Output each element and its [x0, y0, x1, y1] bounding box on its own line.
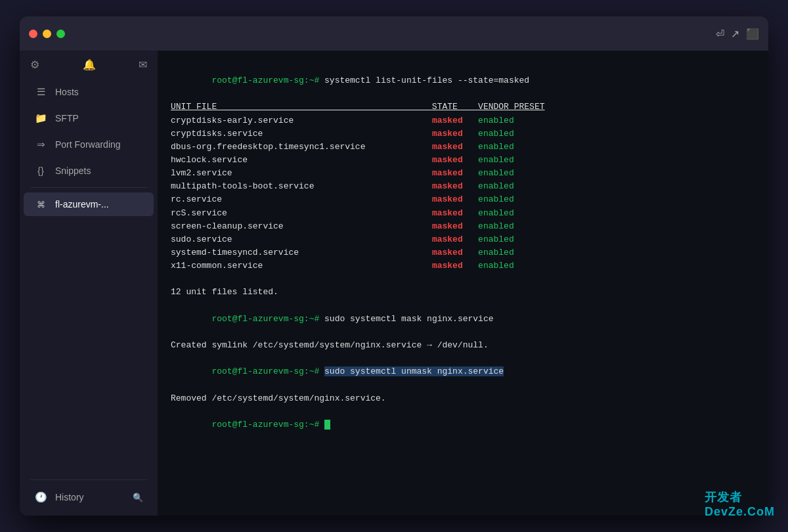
terminal-line: systemd-timesyncd.service masked enabled [171, 246, 755, 259]
terminal[interactable]: root@fl-azurevm-sg:~# systemctl list-uni… [158, 51, 768, 516]
terminal-line: rcS.service masked enabled [171, 207, 755, 220]
sidebar-bottom: 🕐 History 🔍 [20, 476, 158, 510]
titlebar: ⏎ ↗ ⬛ [20, 16, 768, 51]
term-prompt: root@fl-azurevm-sg:~# [211, 76, 324, 85]
terminal-line: multipath-tools-boot.service masked enab… [171, 180, 755, 193]
sidebar-item-history[interactable]: 🕐 History 🔍 [24, 485, 154, 510]
sidebar-item-snippets-label: Snippets [55, 166, 91, 176]
terminal-line: rc.service masked enabled [171, 193, 755, 206]
bell-icon[interactable]: 🔔 [83, 58, 96, 71]
terminal-line: cryptdisks.service masked enabled [171, 127, 755, 141]
close-button[interactable] [29, 30, 37, 38]
sftp-icon: 📁 [34, 112, 47, 124]
sidebar-item-snippets[interactable]: {} Snippets [24, 158, 154, 183]
traffic-lights [29, 30, 65, 38]
settings-icon[interactable]: ⚙ [30, 58, 39, 71]
terminal-line: lvm2.service masked enabled [171, 167, 755, 180]
terminal-line: sudo.service masked enabled [171, 233, 755, 246]
layout-icon[interactable]: ⬛ [746, 28, 759, 40]
terminal-line: Removed /etc/systemd/system/nginx.servic… [171, 392, 755, 405]
sidebar-top-icons: ⚙ 🔔 ✉ [20, 56, 158, 79]
sidebar-item-sftp-label: SFTP [55, 113, 79, 123]
terminal-line: hwclock.service masked enabled [171, 154, 755, 167]
main-window: ⏎ ↗ ⬛ ⚙ 🔔 ✉ ☰ Hosts 📁 SFTP ⇒ Port Forwar [20, 16, 768, 516]
history-icon: 🕐 [34, 491, 47, 503]
terminal-line: root@fl-azurevm-sg:~# systemctl list-uni… [171, 61, 755, 100]
term-highlighted-command: sudo systemctl unmask nginx.service [324, 366, 504, 376]
sidebar-item-active-host-label: fl-azurevm-... [55, 199, 109, 210]
terminal-line: root@fl-azurevm-sg:~# sudo systemctl unm… [171, 352, 755, 391]
main-layout: ⚙ 🔔 ✉ ☰ Hosts 📁 SFTP ⇒ Port Forwarding {… [20, 51, 768, 516]
snippets-icon: {} [34, 165, 47, 176]
term-prompt: root@fl-azurevm-sg:~# [211, 366, 324, 376]
term-command: sudo systemctl mask nginx.service [324, 314, 493, 324]
term-prompt: root@fl-azurevm-sg:~# [211, 420, 324, 430]
sidebar-item-hosts-label: Hosts [55, 87, 79, 97]
titlebar-actions: ⏎ ↗ ⬛ [716, 28, 759, 40]
export-icon[interactable]: ↗ [731, 28, 739, 40]
sidebar-item-port-forwarding-label: Port Forwarding [55, 139, 121, 150]
port-forwarding-icon: ⇒ [34, 139, 47, 150]
sidebar-item-hosts[interactable]: ☰ Hosts [24, 79, 154, 104]
terminal-line: 12 unit files listed. [171, 286, 755, 299]
term-command: systemctl list-unit-files --state=masked [324, 76, 529, 85]
terminal-line: root@fl-azurevm-sg:~# [171, 405, 755, 445]
terminal-line: Created symlink /etc/systemd/system/ngin… [171, 339, 755, 352]
terminal-line: UNIT FILE STATE VENDOR PRESET [171, 100, 755, 114]
mail-icon[interactable]: ✉ [139, 58, 147, 71]
sidebar-item-port-forwarding[interactable]: ⇒ Port Forwarding [24, 132, 154, 157]
sidebar-divider [30, 187, 147, 188]
terminal-line: x11-common.service masked enabled [171, 259, 755, 273]
terminal-line: screen-cleanup.service masked enabled [171, 220, 755, 233]
sidebar-divider-2 [30, 479, 147, 480]
sidebar-item-sftp[interactable]: 📁 SFTP [24, 106, 154, 131]
active-host-icon: ⌘ [34, 200, 47, 210]
maximize-button[interactable] [56, 30, 65, 38]
sidebar-item-history-label: History [55, 492, 84, 502]
history-search-icon[interactable]: 🔍 [133, 493, 143, 502]
terminal-cursor [324, 420, 330, 430]
terminal-line: root@fl-azurevm-sg:~# sudo systemctl mas… [171, 299, 755, 339]
minimize-button[interactable] [43, 30, 51, 38]
terminal-line [171, 273, 755, 286]
terminal-line: dbus-org.freedesktop.timesync1.service m… [171, 141, 755, 154]
share-icon[interactable]: ⏎ [716, 28, 724, 40]
watermark: 开发者DevZe.CoM [705, 489, 775, 519]
terminal-line: cryptdisks-early.service masked enabled [171, 114, 755, 127]
term-prompt: root@fl-azurevm-sg:~# [211, 314, 324, 324]
sidebar: ⚙ 🔔 ✉ ☰ Hosts 📁 SFTP ⇒ Port Forwarding {… [20, 51, 158, 516]
hosts-icon: ☰ [34, 86, 47, 98]
sidebar-item-active-host[interactable]: ⌘ fl-azurevm-... [24, 192, 154, 216]
